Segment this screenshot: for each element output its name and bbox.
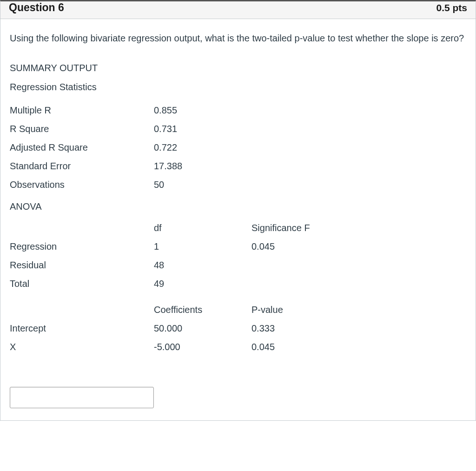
- regression-stats-table: Multiple R 0.855 R Square 0.731 Adjusted…: [10, 101, 251, 194]
- table-row: Coefficients P-value: [10, 300, 344, 319]
- question-prompt: Using the following bivariate regression…: [10, 31, 466, 45]
- question-header: Question 6 0.5 pts: [0, 1, 476, 19]
- answer-input[interactable]: [10, 387, 154, 408]
- anova-header-sigf: Significance F: [251, 219, 344, 237]
- anova-heading: ANOVA: [10, 201, 466, 212]
- coef-row-coefficient: -5.000: [154, 338, 251, 356]
- coef-row-coefficient: 50.000: [154, 319, 251, 338]
- question-points: 0.5 pts: [436, 2, 467, 13]
- question-card: Question 6 0.5 pts Using the following b…: [0, 0, 476, 421]
- stat-label: Multiple R: [10, 101, 154, 119]
- stat-value: 17.388: [154, 157, 251, 175]
- question-body: Using the following bivariate regression…: [0, 19, 476, 420]
- table-row: Regression 1 0.045: [10, 237, 344, 256]
- table-row: Intercept 50.000 0.333: [10, 319, 344, 338]
- table-row: Multiple R 0.855: [10, 101, 251, 119]
- coef-header-blank: [10, 300, 154, 319]
- anova-row-sigf: [251, 256, 344, 274]
- coef-row-label: Intercept: [10, 319, 154, 338]
- table-row: Standard Error 17.388: [10, 157, 251, 175]
- table-row: X -5.000 0.045: [10, 338, 344, 356]
- anova-row-df: 49: [154, 274, 251, 293]
- anova-header-blank: [10, 219, 154, 237]
- stat-value: 50: [154, 175, 251, 194]
- table-row: Observations 50: [10, 175, 251, 194]
- stat-value: 0.722: [154, 138, 251, 157]
- summary-output-heading: SUMMARY OUTPUT: [10, 63, 466, 73]
- coefficients-table: Coefficients P-value Intercept 50.000 0.…: [10, 300, 344, 356]
- table-row: df Significance F: [10, 219, 344, 237]
- anova-row-df: 1: [154, 237, 251, 256]
- anova-row-df: 48: [154, 256, 251, 274]
- anova-row-label: Total: [10, 274, 154, 293]
- coef-row-pvalue: 0.333: [251, 319, 344, 338]
- stat-label: Adjusted R Square: [10, 138, 154, 157]
- coef-header-coefficients: Coefficients: [154, 300, 251, 319]
- anova-table: df Significance F Regression 1 0.045 Res…: [10, 219, 344, 293]
- anova-row-sigf: [251, 274, 344, 293]
- coef-header-pvalue: P-value: [251, 300, 344, 319]
- table-row: Total 49: [10, 274, 344, 293]
- question-title: Question 6: [9, 1, 64, 14]
- stat-label: R Square: [10, 119, 154, 138]
- stat-value: 0.855: [154, 101, 251, 119]
- stat-value: 0.731: [154, 119, 251, 138]
- table-row: R Square 0.731: [10, 119, 251, 138]
- table-row: Adjusted R Square 0.722: [10, 138, 251, 157]
- coef-row-pvalue: 0.045: [251, 338, 344, 356]
- stat-label: Observations: [10, 175, 154, 194]
- anova-row-label: Residual: [10, 256, 154, 274]
- table-row: Residual 48: [10, 256, 344, 274]
- coef-row-label: X: [10, 338, 154, 356]
- anova-header-df: df: [154, 219, 251, 237]
- anova-row-label: Regression: [10, 237, 154, 256]
- anova-row-sigf: 0.045: [251, 237, 344, 256]
- regression-statistics-heading: Regression Statistics: [10, 82, 466, 93]
- stat-label: Standard Error: [10, 157, 154, 175]
